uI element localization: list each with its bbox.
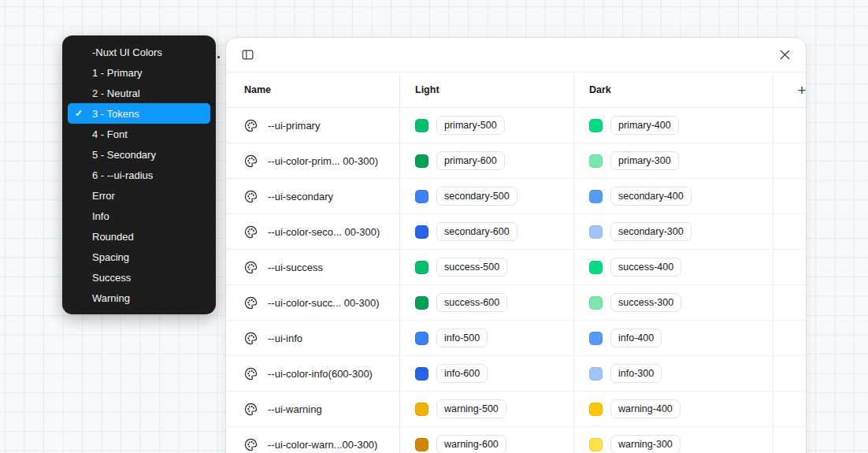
alias-badge[interactable]: primary-500	[436, 116, 505, 135]
alias-badge[interactable]: primary-400	[610, 116, 679, 135]
color-swatch[interactable]	[589, 190, 603, 203]
dropdown-menu-item[interactable]: ✓ Warning	[68, 288, 210, 308]
color-swatch[interactable]	[415, 332, 428, 345]
alias-badge[interactable]: warning-600	[436, 435, 506, 453]
empty-cell	[773, 392, 806, 426]
light-value-cell: warning-600	[400, 427, 574, 453]
token-name-cell[interactable]: --ui-secondary	[226, 179, 400, 214]
color-swatch[interactable]	[415, 403, 428, 416]
empty-cell	[773, 108, 806, 143]
close-button[interactable]	[775, 46, 794, 65]
alias-badge[interactable]: primary-600	[436, 151, 505, 170]
alias-badge[interactable]: warning-300	[610, 435, 681, 453]
light-value-cell: secondary-600	[400, 214, 574, 249]
alias-badge[interactable]: info-600	[436, 364, 488, 383]
dropdown-menu-item[interactable]: ✓ 1 - Primary	[68, 62, 210, 83]
dropdown-item-label: -Nuxt UI Colors	[92, 46, 162, 58]
color-swatch[interactable]	[415, 190, 428, 203]
alias-badge[interactable]: success-600	[436, 293, 507, 312]
empty-cell	[773, 356, 806, 391]
dropdown-menu-item[interactable]: ✓ Rounded	[68, 226, 210, 247]
alias-badge[interactable]: info-500	[436, 329, 488, 347]
dropdown-menu-item[interactable]: ✓ Info	[68, 206, 210, 226]
palette-icon	[244, 367, 258, 381]
color-swatch[interactable]	[415, 296, 428, 310]
palette-icon	[244, 438, 258, 451]
color-swatch[interactable]	[589, 261, 603, 274]
dropdown-menu-item[interactable]: ✓ Spacing	[68, 247, 210, 267]
dropdown-menu-item[interactable]: ✓ -Nuxt UI Colors	[68, 42, 210, 62]
dropdown-item-label: 6 - --ui-radius	[92, 169, 153, 181]
add-mode-button[interactable]: +	[792, 80, 807, 100]
dropdown-item-label: 4 - Font	[92, 128, 128, 140]
light-value-cell: info-500	[400, 321, 574, 355]
color-swatch[interactable]	[589, 438, 603, 451]
color-swatch[interactable]	[589, 225, 603, 239]
alias-badge[interactable]: success-400	[610, 258, 681, 277]
token-name-cell[interactable]: --ui-color-seco... 00-300)	[226, 214, 400, 249]
color-swatch[interactable]	[589, 296, 603, 310]
color-swatch[interactable]	[589, 154, 603, 168]
token-name-cell[interactable]: --ui-color-succ... 00-300)	[226, 285, 400, 320]
token-name-cell[interactable]: --ui-warning	[226, 392, 400, 426]
color-swatch[interactable]	[415, 261, 428, 274]
token-name-cell[interactable]: --ui-success	[226, 250, 400, 284]
empty-cell	[773, 321, 806, 355]
dark-value-cell: primary-300	[574, 143, 773, 178]
token-name-cell[interactable]: --ui-color-prim... 00-300)	[226, 143, 400, 178]
alias-badge[interactable]: success-500	[436, 258, 507, 277]
alias-badge[interactable]: info-400	[610, 329, 662, 347]
dropdown-menu-item[interactable]: ✓ Success	[68, 267, 210, 288]
dark-value-cell: warning-400	[574, 392, 773, 426]
toggle-sidebar-button[interactable]	[238, 46, 257, 65]
token-name-cell[interactable]: --ui-info	[226, 321, 400, 355]
empty-cell	[773, 214, 806, 249]
dropdown-menu-item[interactable]: ✓ 3 - Tokens	[68, 103, 210, 124]
table-row: --ui-success success-500 success-400	[226, 250, 806, 285]
token-name-cell[interactable]: --ui-primary	[226, 108, 400, 143]
color-swatch[interactable]	[589, 403, 603, 416]
variables-panel: Name Light Dark + --ui-primary primar	[225, 37, 807, 453]
color-swatch[interactable]	[415, 119, 428, 132]
token-name: --ui-color-info(600-300)	[268, 368, 373, 380]
alias-badge[interactable]: primary-300	[610, 151, 679, 170]
table-row: --ui-color-succ... 00-300) success-600 s…	[226, 285, 806, 321]
color-swatch[interactable]	[589, 119, 603, 132]
light-value-cell: warning-500	[400, 392, 574, 426]
panel-left-icon	[241, 48, 254, 61]
palette-icon	[244, 119, 258, 132]
alias-badge[interactable]: warning-400	[610, 399, 681, 418]
dark-value-cell: warning-300	[574, 427, 773, 453]
dropdown-menu-item[interactable]: ✓ 4 - Font	[68, 124, 210, 144]
alias-badge[interactable]: secondary-600	[436, 222, 517, 241]
alias-badge[interactable]: secondary-400	[610, 187, 692, 206]
collection-selector-caret-dot	[217, 56, 220, 58]
color-swatch[interactable]	[589, 367, 603, 381]
color-swatch[interactable]	[415, 367, 428, 381]
alias-badge[interactable]: success-300	[610, 293, 681, 312]
alias-badge[interactable]: secondary-300	[610, 222, 692, 241]
token-name: --ui-color-seco... 00-300)	[268, 226, 380, 238]
token-name-cell[interactable]: --ui-color-info(600-300)	[226, 356, 400, 391]
alias-badge[interactable]: warning-500	[436, 399, 506, 418]
color-swatch[interactable]	[589, 332, 603, 345]
table-row: --ui-color-info(600-300) info-600 info-3…	[226, 356, 806, 392]
table-row: --ui-secondary secondary-500 secondary-4…	[226, 179, 806, 214]
color-swatch[interactable]	[415, 438, 428, 451]
dropdown-menu-item[interactable]: ✓ 6 - --ui-radius	[68, 165, 210, 185]
dropdown-menu-item[interactable]: ✓ 2 - Neutral	[68, 83, 210, 103]
table-row: --ui-color-prim... 00-300) primary-600 p…	[226, 143, 806, 179]
dropdown-menu-item[interactable]: ✓ Error	[68, 185, 210, 206]
palette-icon	[244, 403, 258, 416]
dropdown-menu-item[interactable]: ✓ 5 - Secondary	[68, 144, 210, 165]
color-swatch[interactable]	[415, 225, 428, 239]
token-name: --ui-success	[268, 262, 323, 273]
empty-cell	[773, 285, 806, 320]
table-row: --ui-color-warn...00-300) warning-600 wa…	[226, 427, 806, 453]
panel-header	[226, 38, 806, 72]
alias-badge[interactable]: info-300	[610, 364, 662, 383]
dropdown-item-label: 1 - Primary	[92, 67, 143, 79]
color-swatch[interactable]	[415, 154, 428, 168]
alias-badge[interactable]: secondary-500	[436, 187, 517, 206]
token-name-cell[interactable]: --ui-color-warn...00-300)	[226, 427, 400, 453]
